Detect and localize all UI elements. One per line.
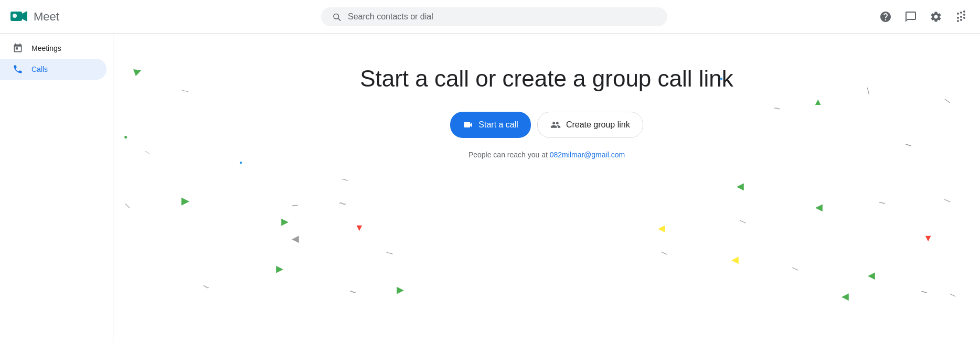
deco-shape-r6: ◀ [737, 180, 744, 192]
help-button[interactable] [875, 6, 896, 27]
search-bar-wrapper [113, 7, 875, 26]
phone-icon [13, 64, 23, 74]
deco-shape-r11: \ [738, 218, 747, 226]
deco-shape-r14: ◀ [868, 270, 875, 281]
deco-dot-2: ● [239, 159, 242, 165]
apps-button[interactable] [951, 6, 972, 27]
logo-text: Meet [34, 10, 59, 24]
meetings-label: Meetings [31, 44, 61, 52]
deco-shape-1: ▶ [133, 64, 144, 77]
svg-rect-3 [13, 14, 17, 18]
sidebar: Meetings Calls [0, 34, 113, 342]
deco-shape-r1: / [865, 86, 872, 97]
deco-shape-r9: ◀ [815, 201, 823, 213]
deco-shape-r13: \ [659, 250, 668, 258]
deco-shape-r12: ◀ [658, 222, 665, 234]
deco-shape-2: — [180, 85, 190, 95]
main-content: ▶ — ● — ◀ \ ~ ◀ ◀ ◀ \ ~ ▼ \ ◀ ~ ~ ● ● / … [113, 34, 980, 342]
main-layout: Meetings Calls ▶ — ● — ◀ \ ~ ◀ ◀ ◀ \ ~ ▼… [0, 34, 980, 342]
header-icons [875, 6, 972, 27]
search-input[interactable] [348, 12, 657, 22]
deco-shape-r15: \ [791, 265, 800, 273]
settings-icon [930, 10, 942, 23]
deco-shape-7: ◀ [281, 217, 289, 229]
main-title: Start a call or create a group call link [360, 65, 733, 93]
feedback-icon [904, 10, 917, 23]
action-buttons: Start a call Create group link [450, 112, 643, 138]
deco-dot-3: ● [720, 76, 723, 81]
feedback-button[interactable] [900, 6, 921, 27]
logo-area: Meet [8, 6, 113, 27]
deco-shape-11: ~ [338, 196, 348, 211]
deco-shape-6: ~ [291, 198, 300, 213]
deco-shape-r3: \ [943, 97, 951, 106]
deco-shape-r18: ◀ [841, 291, 849, 302]
video-camera-icon [463, 120, 473, 130]
deco-shape-r4: ~ [773, 101, 781, 115]
sidebar-item-calls[interactable]: Calls [0, 59, 106, 80]
deco-shape-r8: ~ [878, 196, 886, 210]
deco-shape-8: ◀ [292, 233, 299, 244]
deco-shape-r5: ~ [904, 138, 913, 153]
group-icon [550, 120, 561, 130]
deco-shape-r2: ▲ [813, 97, 823, 108]
create-group-link-button[interactable]: Create group link [537, 112, 643, 138]
deco-shape-r10: ▼ [923, 233, 933, 244]
header: Meet [0, 0, 980, 34]
deco-shape-3: — [144, 148, 151, 156]
deco-shape-12: ▼ [355, 222, 364, 233]
start-call-label: Start a call [478, 120, 518, 130]
calls-label: Calls [31, 65, 48, 73]
search-bar-container [321, 7, 667, 26]
deco-shape-16: ~ [200, 280, 211, 295]
deco-shape-13: \ [385, 250, 395, 257]
deco-shape-9: ◀ [276, 264, 283, 276]
deco-dot-1: ● [124, 133, 127, 141]
google-meet-logo-icon [8, 6, 29, 27]
deco-shape-r16: ◀ [731, 254, 739, 265]
calendar-icon [13, 43, 23, 54]
sidebar-item-meetings[interactable]: Meetings [0, 38, 106, 59]
reach-text-prefix: People can reach you at [468, 151, 550, 159]
deco-shape-15: ~ [348, 285, 358, 300]
reach-email: 082milmar@gmail.com [550, 151, 625, 159]
deco-shape-r7: \ [943, 197, 952, 205]
settings-button[interactable] [925, 6, 946, 27]
create-group-label: Create group link [566, 120, 630, 130]
deco-shape-r17: ~ [920, 285, 929, 300]
search-icon [332, 12, 342, 22]
deco-shape-r19: \ [948, 292, 957, 300]
start-call-button[interactable]: Start a call [450, 112, 531, 138]
help-icon [879, 10, 892, 23]
deco-shape-4: ◀ [182, 196, 189, 209]
deco-shape-5: \ [124, 201, 131, 211]
apps-icon [955, 10, 967, 23]
reach-text: People can reach you at 082milmar@gmail.… [468, 151, 625, 159]
deco-shape-14: ◀ [397, 285, 404, 297]
deco-shape-10: \ [340, 177, 350, 184]
